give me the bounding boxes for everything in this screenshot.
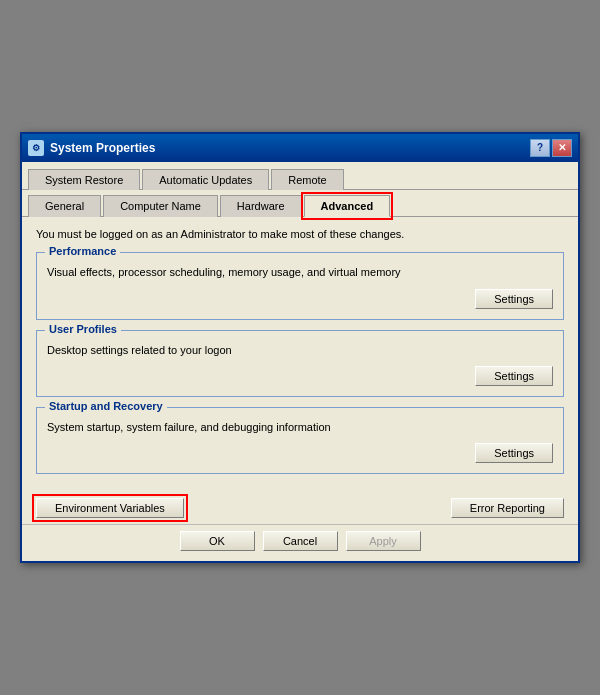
info-text: You must be logged on as an Administrato… xyxy=(36,227,564,242)
tab-remote[interactable]: Remote xyxy=(271,169,344,190)
tab-computer-name[interactable]: Computer Name xyxy=(103,195,218,217)
ok-button[interactable]: OK xyxy=(180,531,255,551)
error-reporting-button[interactable]: Error Reporting xyxy=(451,498,564,518)
tab-row-2: General Computer Name Hardware Advanced xyxy=(22,190,578,217)
ok-cancel-apply-row: OK Cancel Apply xyxy=(22,524,578,561)
user-profiles-desc: Desktop settings related to your logon xyxy=(47,343,553,358)
env-error-row: Environment Variables Error Reporting xyxy=(22,494,578,524)
startup-recovery-title: Startup and Recovery xyxy=(45,400,167,412)
title-bar: ⚙ System Properties ? ✕ xyxy=(22,134,578,162)
performance-desc: Visual effects, processor scheduling, me… xyxy=(47,265,553,280)
tab-automatic-updates[interactable]: Automatic Updates xyxy=(142,169,269,190)
environment-variables-button[interactable]: Environment Variables xyxy=(36,498,184,518)
startup-recovery-section: Startup and Recovery System startup, sys… xyxy=(36,407,564,474)
help-button[interactable]: ? xyxy=(530,139,550,157)
performance-title: Performance xyxy=(45,245,120,257)
apply-button[interactable]: Apply xyxy=(346,531,421,551)
title-bar-buttons: ? ✕ xyxy=(530,139,572,157)
tab-general[interactable]: General xyxy=(28,195,101,217)
tab-row-1: System Restore Automatic Updates Remote xyxy=(22,162,578,190)
tab-hardware[interactable]: Hardware xyxy=(220,195,302,217)
startup-recovery-settings-button[interactable]: Settings xyxy=(475,443,553,463)
close-button[interactable]: ✕ xyxy=(552,139,572,157)
user-profiles-settings-area: Settings xyxy=(47,366,553,386)
performance-section: Performance Visual effects, processor sc… xyxy=(36,252,564,319)
tab-system-restore[interactable]: System Restore xyxy=(28,169,140,190)
tab-advanced[interactable]: Advanced xyxy=(304,195,391,217)
cancel-button[interactable]: Cancel xyxy=(263,531,338,551)
title-bar-left: ⚙ System Properties xyxy=(28,140,155,156)
user-profiles-section: User Profiles Desktop settings related t… xyxy=(36,330,564,397)
user-profiles-settings-button[interactable]: Settings xyxy=(475,366,553,386)
user-profiles-title: User Profiles xyxy=(45,323,121,335)
content-area: You must be logged on as an Administrato… xyxy=(22,217,578,495)
system-properties-window: ⚙ System Properties ? ✕ System Restore A… xyxy=(20,132,580,564)
startup-recovery-desc: System startup, system failure, and debu… xyxy=(47,420,553,435)
performance-settings-button[interactable]: Settings xyxy=(475,289,553,309)
performance-settings-area: Settings xyxy=(47,289,553,309)
window-title: System Properties xyxy=(50,141,155,155)
startup-recovery-settings-area: Settings xyxy=(47,443,553,463)
window-icon: ⚙ xyxy=(28,140,44,156)
